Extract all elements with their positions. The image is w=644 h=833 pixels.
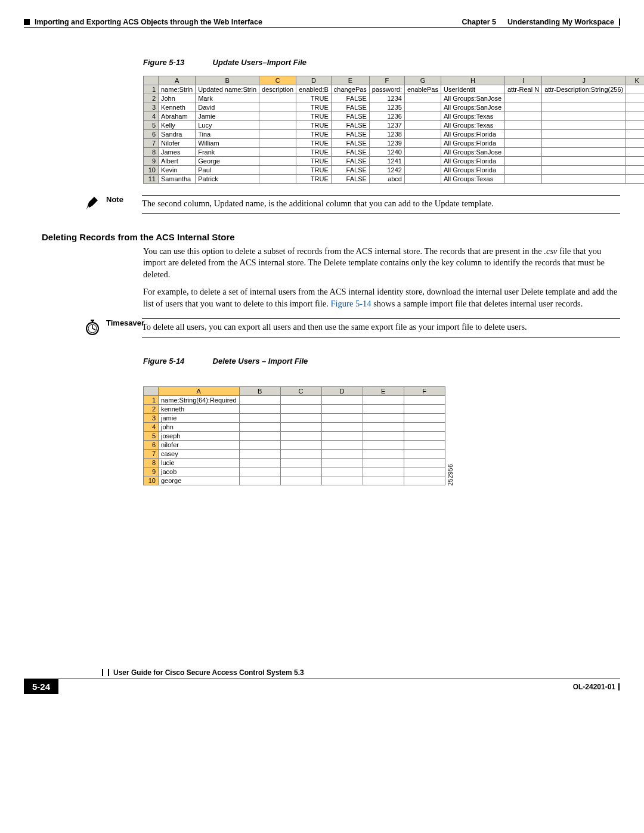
cell: Tina bbox=[196, 130, 259, 139]
cell bbox=[626, 157, 644, 166]
cell: Sandra bbox=[159, 130, 196, 139]
cell: All Groups:SanJose bbox=[441, 103, 504, 112]
cell: All Groups:SanJose bbox=[441, 94, 504, 103]
footer-bar-icon bbox=[618, 683, 620, 690]
cell: george bbox=[159, 476, 240, 485]
cell bbox=[259, 148, 296, 157]
svg-rect-4 bbox=[91, 320, 94, 321]
row-header: 4 bbox=[144, 112, 159, 121]
timesaver-block: Timesaver To delete all users, you can e… bbox=[24, 318, 620, 339]
cell bbox=[542, 112, 626, 121]
page-number-badge: 5-24 bbox=[24, 679, 58, 694]
timesaver-text: To delete all users, you can export all … bbox=[142, 322, 527, 332]
cell: enablePas bbox=[404, 85, 441, 94]
cell bbox=[321, 467, 363, 476]
timesaver-stopwatch-icon bbox=[83, 318, 101, 336]
cell: James bbox=[159, 148, 196, 157]
cell bbox=[363, 459, 404, 467]
cell bbox=[404, 112, 441, 121]
cell bbox=[626, 94, 644, 103]
cell: George bbox=[196, 157, 259, 166]
note-block: Note The second column, Updated name, is… bbox=[24, 195, 620, 214]
cell: description bbox=[259, 85, 296, 94]
row-header: 8 bbox=[144, 148, 159, 157]
cell bbox=[626, 148, 644, 157]
cell bbox=[280, 432, 321, 441]
cell: jacob bbox=[159, 467, 240, 476]
figure14-link[interactable]: Figure 5-14 bbox=[331, 299, 371, 308]
cell bbox=[542, 157, 626, 166]
cell: kenneth bbox=[159, 405, 240, 414]
cell bbox=[404, 396, 445, 405]
note-text: The second column, Updated name, is the … bbox=[142, 199, 494, 208]
cell: FALSE bbox=[331, 175, 369, 184]
cell: All Groups:Texas bbox=[441, 112, 504, 121]
cell: TRUE bbox=[296, 157, 332, 166]
cell bbox=[321, 476, 363, 485]
cell bbox=[404, 166, 441, 175]
cell: name:String(64):Required bbox=[159, 396, 240, 405]
section-paragraph-1: You can use this option to delete a subs… bbox=[143, 246, 620, 281]
cell bbox=[626, 103, 644, 112]
cell bbox=[404, 139, 441, 148]
cell bbox=[363, 441, 404, 450]
cell bbox=[542, 166, 626, 175]
cell: attr-Real N bbox=[504, 85, 541, 94]
cell bbox=[504, 175, 541, 184]
cell bbox=[259, 175, 296, 184]
col-header: C bbox=[259, 76, 296, 85]
figure13-spreadsheet: ABCDEFGHIJKL1name:StrinUpdated name:Stri… bbox=[143, 76, 644, 184]
cell: Updated name:Strin bbox=[196, 85, 259, 94]
cell: David bbox=[196, 103, 259, 112]
cell bbox=[504, 166, 541, 175]
cell: All Groups:Florida bbox=[441, 130, 504, 139]
cell: Abraham bbox=[159, 112, 196, 121]
cell: All Groups:Florida bbox=[441, 157, 504, 166]
cell bbox=[626, 175, 644, 184]
row-header: 7 bbox=[144, 139, 159, 148]
col-header: E bbox=[331, 76, 369, 85]
note-top-rule bbox=[142, 195, 620, 196]
header-chapter: Chapter 5 bbox=[462, 18, 496, 26]
row-header: 9 bbox=[144, 467, 159, 476]
cell bbox=[542, 130, 626, 139]
col-header: H bbox=[441, 76, 504, 85]
cell bbox=[404, 432, 445, 441]
row-header: 5 bbox=[144, 432, 159, 441]
cell bbox=[504, 130, 541, 139]
figure14-label: Figure 5-14 bbox=[143, 357, 184, 366]
cell: Kelly bbox=[159, 121, 196, 130]
cell bbox=[363, 405, 404, 414]
cell bbox=[280, 414, 321, 423]
cell bbox=[542, 103, 626, 112]
cell: FALSE bbox=[331, 139, 369, 148]
cell: Frank bbox=[196, 148, 259, 157]
cell: TRUE bbox=[296, 166, 332, 175]
cell: nilofer bbox=[159, 441, 240, 450]
cell bbox=[280, 476, 321, 485]
col-header: A bbox=[159, 76, 196, 85]
cell bbox=[626, 112, 644, 121]
cell bbox=[321, 441, 363, 450]
cell bbox=[626, 166, 644, 175]
col-header: F bbox=[404, 387, 445, 396]
col-header: K bbox=[626, 76, 644, 85]
cell: TRUE bbox=[296, 121, 332, 130]
cell bbox=[504, 148, 541, 157]
cell: All Groups:Florida bbox=[441, 166, 504, 175]
cell: Lucy bbox=[196, 121, 259, 130]
cell bbox=[504, 94, 541, 103]
row-header: 7 bbox=[144, 450, 159, 459]
cell bbox=[404, 459, 445, 467]
cell bbox=[404, 103, 441, 112]
cell: FALSE bbox=[331, 148, 369, 157]
cell: 1242 bbox=[369, 166, 404, 175]
cell: Kenneth bbox=[159, 103, 196, 112]
cell bbox=[239, 459, 280, 467]
note-label: Note bbox=[106, 195, 142, 204]
cell: All Groups:Florida bbox=[441, 139, 504, 148]
figure13-title: Update Users–Import File bbox=[213, 58, 307, 67]
row-header: 1 bbox=[144, 85, 159, 94]
cell bbox=[280, 450, 321, 459]
cell: attr-Description:String(256) bbox=[542, 85, 626, 94]
